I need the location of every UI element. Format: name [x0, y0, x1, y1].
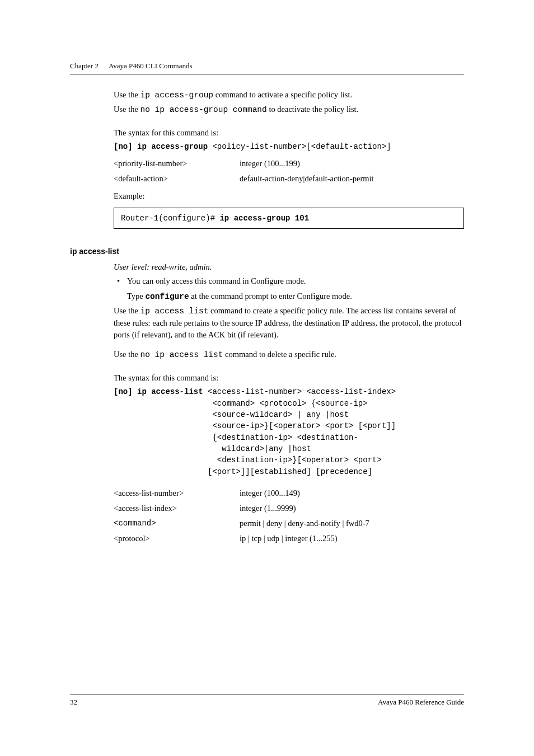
inline-code: no ip access list	[140, 350, 223, 359]
bullet-item: You can only access this command in Conf…	[114, 275, 464, 287]
bullet-subline: Type configure at the command prompt to …	[114, 290, 464, 303]
param-desc: integer (100...199)	[240, 159, 464, 168]
param-row: <protocol> ip | tcp | udp | integer (1..…	[114, 534, 464, 543]
running-header: Chapter 2 Avaya P460 CLI Commands	[70, 62, 464, 74]
chapter-label: Chapter 2	[70, 62, 99, 71]
syntax-bold: [no] ip access-group	[114, 142, 208, 151]
param-desc: permit | deny | deny-and-notify | fwd0-7	[240, 519, 464, 528]
inline-code: ip access list	[140, 307, 209, 316]
params-table-1: <priority-list-number> integer (100...19…	[114, 159, 464, 184]
syntax-line: [no] ip access-group <policy-list-number…	[114, 141, 464, 152]
example-prompt: Router-1(configure)#	[121, 214, 219, 223]
page-number: 32	[70, 698, 77, 707]
example-label: Example:	[114, 190, 464, 202]
text: to deactivate the policy list.	[267, 105, 358, 114]
text: command to delete a specific rule.	[223, 350, 336, 359]
text: Use the	[114, 306, 140, 315]
no-use-paragraph: Use the no ip access list command to del…	[114, 349, 464, 361]
syntax-args: <access-list-number> <access-list-index>…	[114, 387, 396, 476]
use-line-2: Use the no ip access-group command to de…	[114, 104, 464, 116]
param-name: <priority-list-number>	[114, 159, 240, 168]
doc-title-footer: Avaya P460 Reference Guide	[378, 698, 464, 707]
param-name: <access-list-index>	[114, 504, 240, 513]
text: Use the	[114, 90, 140, 99]
param-row: <command> permit | deny | deny-and-notif…	[114, 519, 464, 528]
user-level: User level: read-write, admin.	[114, 261, 464, 273]
param-name: <default-action>	[114, 174, 240, 184]
text: Use the	[114, 350, 140, 359]
syntax-lead-2: The syntax for this command is:	[114, 372, 464, 384]
param-desc: ip | tcp | udp | integer (1...255)	[240, 534, 464, 543]
param-name: <command>	[114, 519, 240, 528]
chapter-title: Avaya P460 CLI Commands	[109, 62, 193, 71]
param-row: <default-action> default-action-deny|def…	[114, 174, 464, 184]
use-paragraph: Use the ip access list command to create…	[114, 305, 464, 341]
example-command: ip access-group 101	[219, 214, 309, 223]
text: command to activate a specific policy li…	[213, 90, 352, 99]
param-desc: integer (100...149)	[240, 489, 464, 498]
param-row: <access-list-index> integer (1...9999)	[114, 504, 464, 513]
syntax-args: <policy-list-number>[<default-action>]	[208, 142, 391, 151]
section-content: User level: read-write, admin. You can o…	[70, 261, 464, 543]
inline-code-bold: configure	[145, 292, 189, 301]
inline-code: ip access-group	[140, 91, 214, 100]
param-desc: default-action-deny|default-action-permi…	[240, 174, 464, 184]
page-footer: 32 Avaya P460 Reference Guide	[70, 694, 464, 707]
param-name: <protocol>	[114, 534, 240, 543]
section-heading-ip-access-list: ip access-list	[70, 247, 464, 256]
params-table-2: <access-list-number> integer (100...149)…	[114, 489, 464, 543]
param-desc: integer (1...9999)	[240, 504, 464, 513]
syntax-bold: [no] ip access-list	[114, 387, 203, 396]
syntax-lead: The syntax for this command is:	[114, 127, 464, 139]
text: Use the	[114, 105, 140, 114]
inline-code: no ip access-group command	[140, 105, 267, 114]
document-page: Chapter 2 Avaya P460 CLI Commands Use th…	[0, 0, 534, 543]
example-box: Router-1(configure)# ip access-group 101	[114, 208, 464, 229]
text: Type	[127, 292, 145, 300]
use-line-1: Use the ip access-group command to activ…	[114, 89, 464, 101]
text: at the command prompt to enter Configure…	[189, 292, 352, 300]
bullet-list: You can only access this command in Conf…	[114, 275, 464, 287]
param-name: <access-list-number>	[114, 489, 240, 498]
syntax-block: [no] ip access-list <access-list-number>…	[114, 386, 464, 477]
param-row: <priority-list-number> integer (100...19…	[114, 159, 464, 168]
param-row: <access-list-number> integer (100...149)	[114, 489, 464, 498]
main-content: Use the ip access-group command to activ…	[70, 89, 464, 229]
